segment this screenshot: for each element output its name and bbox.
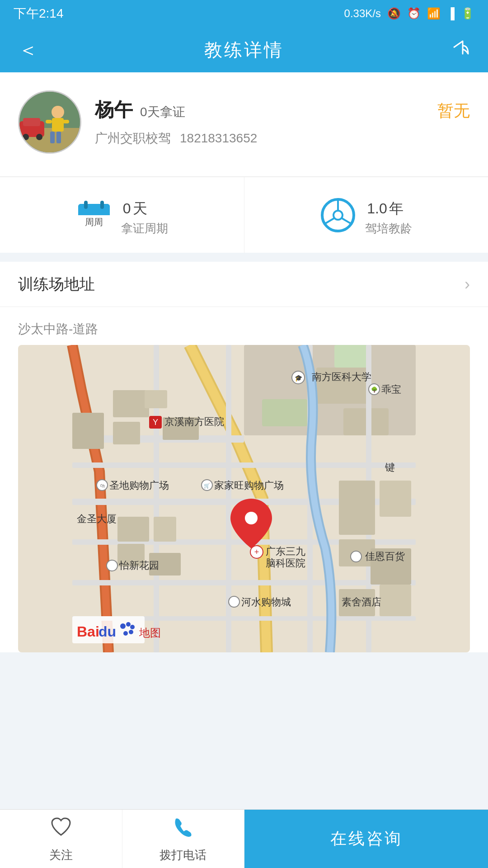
profile-name: 杨午 — [95, 97, 133, 123]
svg-rect-19 — [100, 201, 104, 209]
chevron-right-icon: › — [465, 275, 470, 294]
svg-text:广东三九: 广东三九 — [266, 546, 305, 557]
svg-point-64 — [123, 631, 128, 636]
svg-point-60 — [120, 623, 126, 629]
svg-point-89 — [107, 560, 117, 571]
page-title: 教练详情 — [204, 38, 284, 62]
stat-driving-age-text: 1.0年 驾培教龄 — [365, 193, 412, 236]
svg-line-25 — [342, 218, 352, 224]
status-time: 下午2:14 — [14, 5, 64, 22]
stat-cert-period-text: 0天 拿证周期 — [121, 193, 168, 236]
svg-text:佳恩百货: 佳恩百货 — [365, 551, 405, 562]
svg-rect-9 — [56, 132, 61, 143]
svg-point-86 — [351, 551, 361, 562]
svg-rect-17 — [78, 210, 110, 215]
phone-icon — [171, 815, 195, 844]
stat-cert-period: 周周 0天 拿证周期 — [0, 177, 244, 253]
svg-text:+: + — [254, 547, 259, 557]
svg-rect-8 — [50, 132, 55, 143]
svg-rect-10 — [46, 120, 52, 123]
mute-icon: 🔕 — [387, 7, 401, 20]
svg-text:金圣大厦: 金圣大厦 — [77, 513, 117, 524]
profile-info: 杨午 0天拿证 暂无 广州交职校驾 18218313652 — [95, 97, 470, 147]
map-svg: Bai du 地图 🎓 南方医科大学 Y 京溪南方医院 🌳 乖宝 🛍 — [18, 345, 470, 652]
svg-point-91 — [229, 596, 239, 607]
svg-text:🛍: 🛍 — [100, 483, 105, 488]
svg-text:素舍酒店: 素舍酒店 — [342, 596, 381, 608]
profile-school-row: 广州交职校驾 18218313652 — [95, 130, 470, 147]
svg-line-24 — [324, 218, 334, 224]
svg-rect-30 — [334, 345, 371, 368]
stats-row: 周周 0天 拿证周期 1.0年 驾培教龄 — [0, 177, 488, 253]
heart-icon — [49, 815, 73, 844]
training-address-label: 训练场地址 — [18, 274, 95, 295]
profile-name-row: 杨午 0天拿证 暂无 — [95, 97, 470, 123]
svg-point-63 — [129, 630, 133, 634]
back-button[interactable]: ＜ — [18, 37, 38, 63]
svg-rect-52 — [380, 481, 411, 517]
svg-text:键: 键 — [385, 462, 395, 473]
stat-driving-label: 驾培教龄 — [365, 221, 412, 236]
svg-rect-42 — [113, 390, 149, 417]
battery-icon: 🔋 — [461, 7, 474, 20]
status-icons: 0.33K/s 🔕 ⏰ 📶 ▐ 🔋 — [344, 7, 474, 20]
stat-cert-label: 拿证周期 — [121, 221, 168, 236]
profile-card: 杨午 0天拿证 暂无 广州交职校驾 18218313652 — [0, 72, 488, 177]
svg-rect-44 — [145, 390, 167, 408]
follow-button[interactable]: 关注 — [0, 810, 122, 868]
svg-text:脑科医院: 脑科医院 — [266, 557, 305, 569]
map-container[interactable]: Bai du 地图 🎓 南方医科大学 Y 京溪南方医院 🌳 乖宝 🛍 — [18, 345, 470, 652]
signal-icon: ▐ — [447, 7, 455, 20]
stat-driving-age: 1.0年 驾培教龄 — [244, 177, 488, 253]
share-button[interactable] — [450, 38, 470, 62]
profile-status: 暂无 — [437, 100, 470, 122]
svg-rect-46 — [72, 413, 104, 449]
svg-rect-3 — [23, 118, 40, 126]
training-address-row[interactable]: 训练场地址 › — [0, 262, 488, 307]
calendar-icon: 周周 — [76, 197, 112, 233]
profile-cert-days: 0天拿证 — [140, 104, 185, 121]
profile-top: 杨午 0天拿证 暂无 广州交职校驾 18218313652 — [18, 90, 470, 154]
svg-rect-11 — [63, 120, 69, 123]
call-button[interactable]: 拨打电话 — [122, 810, 245, 868]
svg-text:🛒: 🛒 — [204, 482, 210, 489]
status-bar: 下午2:14 0.33K/s 🔕 ⏰ 📶 ▐ 🔋 — [0, 0, 488, 27]
svg-text:京溪南方医院: 京溪南方医院 — [164, 416, 224, 427]
svg-rect-43 — [113, 422, 140, 444]
consult-button[interactable]: 在线咨询 — [244, 810, 488, 868]
map-address-label: 沙太中路-道路 — [18, 321, 470, 338]
steering-wheel-icon — [320, 197, 356, 233]
svg-point-4 — [23, 134, 29, 140]
svg-text:du: du — [99, 623, 116, 640]
svg-rect-36 — [72, 580, 416, 585]
avatar — [18, 90, 81, 154]
profile-school: 广州交职校驾 — [95, 130, 171, 147]
svg-point-6 — [52, 106, 64, 118]
svg-text:圣地购物广场: 圣地购物广场 — [109, 480, 169, 491]
svg-text:怡新花园: 怡新花园 — [119, 560, 159, 571]
bottom-spacer — [0, 652, 488, 725]
svg-text:Bai: Bai — [77, 623, 99, 640]
svg-rect-51 — [339, 481, 375, 535]
svg-rect-31 — [262, 399, 307, 426]
alarm-icon: ⏰ — [407, 7, 421, 20]
svg-point-95 — [245, 512, 258, 524]
consult-label: 在线咨询 — [330, 828, 403, 850]
stat-driving-value: 1.0年 — [365, 193, 403, 219]
svg-text:乖宝: 乖宝 — [381, 384, 401, 395]
wifi-icon: 📶 — [427, 7, 441, 20]
svg-text:Y: Y — [153, 418, 158, 427]
svg-text:南方医科大学: 南方医科大学 — [312, 371, 371, 382]
call-label: 拨打电话 — [160, 847, 206, 863]
svg-rect-7 — [52, 118, 64, 132]
bottom-nav: 关注 拨打电话 在线咨询 — [0, 809, 488, 868]
svg-point-61 — [126, 622, 131, 627]
svg-text:🎓: 🎓 — [295, 374, 303, 382]
svg-text:🌳: 🌳 — [371, 386, 378, 393]
svg-text:地图: 地图 — [139, 627, 161, 639]
profile-phone: 18218313652 — [180, 131, 257, 146]
svg-text:周周: 周周 — [85, 217, 103, 227]
svg-rect-56 — [380, 585, 411, 616]
map-section: 沙太中路-道路 — [0, 307, 488, 652]
svg-point-22 — [333, 211, 343, 220]
